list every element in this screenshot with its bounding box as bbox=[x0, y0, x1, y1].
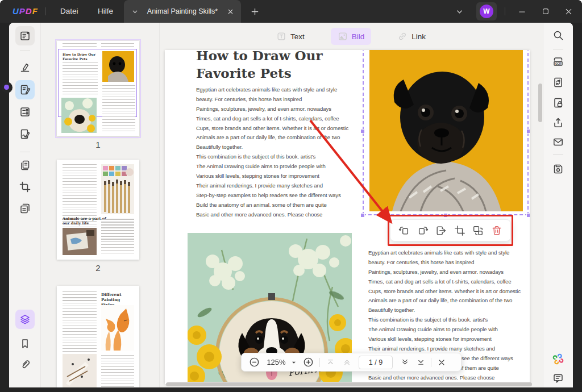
layers-icon[interactable] bbox=[15, 310, 35, 329]
search-icon[interactable] bbox=[548, 26, 568, 45]
main-panel: How to Draw Our Favorite Pets bbox=[9, 23, 573, 387]
forms-icon[interactable] bbox=[15, 102, 35, 122]
share-icon[interactable] bbox=[548, 113, 568, 132]
avatar: W bbox=[480, 5, 493, 18]
annotate-icon[interactable] bbox=[15, 57, 35, 77]
zoom-level[interactable]: 125% bbox=[264, 358, 288, 366]
maximize-button[interactable] bbox=[541, 7, 550, 16]
titlebar: UPDF Datei Hilfe Animal Painting Skills*… bbox=[0, 0, 582, 23]
page-tools-icon[interactable] bbox=[15, 156, 35, 175]
export-image-icon[interactable] bbox=[434, 224, 448, 237]
protect-icon[interactable] bbox=[548, 93, 568, 112]
paragraph-line: beauty. For centuries, this horse has in… bbox=[196, 95, 361, 105]
zoom-in-icon[interactable] bbox=[303, 357, 314, 368]
thumb3-heading-line1: Different Painting bbox=[101, 293, 139, 303]
rotate-left-icon[interactable] bbox=[397, 224, 411, 237]
crop-image-icon[interactable] bbox=[453, 224, 467, 237]
new-tab-button[interactable] bbox=[249, 6, 260, 17]
account-button[interactable]: W bbox=[476, 2, 497, 20]
image-context-toolbar bbox=[390, 219, 511, 241]
zoom-out-icon[interactable] bbox=[249, 357, 260, 368]
paragraph-line: beauty. For centuries, this horse has in… bbox=[368, 258, 530, 268]
zoombar-divider bbox=[319, 358, 320, 367]
previous-page-icon[interactable] bbox=[342, 358, 351, 366]
paragraph-line: Various skill levels, stepping stones fo… bbox=[368, 335, 530, 344]
tab-close-icon[interactable] bbox=[225, 6, 235, 16]
text-mode-label: Text bbox=[290, 32, 305, 41]
titlebar-divider bbox=[505, 7, 505, 15]
attachment-icon[interactable] bbox=[15, 355, 35, 374]
paragraph-line: This combination is the subject of this … bbox=[368, 315, 530, 325]
text-mode-button[interactable]: Text bbox=[269, 28, 311, 45]
ai-assistant-icon[interactable] bbox=[548, 349, 568, 369]
paragraph-line: Various skill levels, stepping stones fo… bbox=[196, 172, 361, 181]
page-indicator[interactable]: 1 / 9 bbox=[359, 356, 393, 369]
bookmark-icon[interactable] bbox=[15, 334, 35, 353]
close-bar-icon[interactable] bbox=[437, 358, 446, 366]
replace-image-icon[interactable] bbox=[471, 224, 485, 237]
paragraph-line: Beautifully together. bbox=[196, 143, 361, 152]
selection-handle[interactable] bbox=[360, 213, 365, 218]
thumb2-heading-line2: our daily life bbox=[63, 221, 106, 226]
paragraph-line: This combination is the subject of this … bbox=[196, 152, 361, 162]
sign-icon[interactable] bbox=[15, 124, 35, 144]
logo-letter: U bbox=[13, 6, 19, 16]
thumbnail-page-2[interactable]: Animals are a part of our daily life bbox=[57, 160, 139, 260]
thumbnail-page-1[interactable]: How to Draw Our Favorite Pets bbox=[57, 41, 139, 136]
paragraph-line: Egyptian art celebrates animals like cat… bbox=[368, 248, 530, 258]
comment-icon[interactable] bbox=[548, 369, 568, 387]
save-icon[interactable] bbox=[548, 159, 568, 178]
pdf-page: How to Draw Our Favorite Pets Egyptian a… bbox=[165, 50, 530, 384]
ocr-icon[interactable]: OCR bbox=[548, 52, 568, 71]
crop-tool-icon[interactable] bbox=[15, 177, 35, 197]
rotate-right-icon[interactable] bbox=[416, 224, 430, 237]
titlebar-chevron-down-icon[interactable] bbox=[455, 7, 464, 15]
panel-toggle-dot[interactable] bbox=[4, 85, 9, 90]
paragraph-line: The Animal Drawing Guide aims to provide… bbox=[368, 325, 530, 335]
first-page-icon[interactable] bbox=[326, 358, 335, 366]
zoom-dropdown-caret-icon[interactable] bbox=[290, 360, 297, 365]
thumbnail-label-1: 1 bbox=[57, 140, 139, 149]
paragraph-line: Their animal renderings. I provide many … bbox=[196, 181, 361, 191]
delete-image-icon[interactable] bbox=[490, 224, 504, 237]
image-mode-button[interactable]: Bild bbox=[331, 28, 372, 45]
selection-handle[interactable] bbox=[360, 129, 365, 134]
mail-icon[interactable] bbox=[548, 132, 568, 152]
tab-title: Animal Painting Skills* bbox=[140, 7, 225, 15]
last-page-icon[interactable] bbox=[416, 358, 425, 366]
vertical-scrollbar-thumb[interactable] bbox=[538, 84, 542, 122]
organize-pages-icon[interactable] bbox=[15, 199, 35, 218]
thumbnail-page-3[interactable]: Different Painting Styles bbox=[57, 286, 139, 387]
thumb2-brushes-image bbox=[101, 164, 134, 214]
close-button[interactable] bbox=[564, 7, 573, 16]
thumb3-tools-image bbox=[63, 354, 97, 387]
paragraph-line: Times, cat and dog art sells a lot of t-… bbox=[196, 114, 361, 124]
document-tab[interactable]: Animal Painting Skills* bbox=[124, 0, 241, 23]
paragraph-line: Beautifully together. bbox=[368, 306, 530, 315]
menu-datei[interactable]: Datei bbox=[52, 0, 86, 23]
left-text-column: Egyptian art celebrates animals like cat… bbox=[196, 85, 361, 219]
minimize-button[interactable] bbox=[517, 7, 526, 16]
paragraph-line: The Animal Drawing Guide aims to provide… bbox=[196, 162, 361, 172]
logo-letter: P bbox=[19, 6, 26, 16]
logo-letter: F bbox=[32, 6, 38, 16]
selection-handle[interactable] bbox=[443, 213, 448, 218]
horizontal-scrollbar[interactable] bbox=[165, 382, 534, 387]
reader-mode-icon[interactable] bbox=[15, 26, 35, 45]
zoom-page-bar: 125% 1 / 9 bbox=[241, 353, 462, 372]
link-mode-button[interactable]: Link bbox=[390, 28, 433, 45]
convert-icon[interactable] bbox=[548, 73, 568, 92]
thumb2-heading-line1: Animals are a part of bbox=[63, 216, 106, 221]
vertical-scrollbar[interactable] bbox=[538, 52, 542, 379]
edit-pdf-icon[interactable] bbox=[15, 80, 35, 99]
menu-hilfe[interactable]: Hilfe bbox=[90, 0, 121, 23]
thumb1-title-line1: How to Draw Our bbox=[63, 52, 95, 57]
sidebar-divider bbox=[20, 51, 30, 51]
horizontal-scrollbar-thumb[interactable] bbox=[166, 382, 532, 386]
selection-handle[interactable] bbox=[526, 129, 530, 134]
next-page-icon[interactable] bbox=[400, 358, 409, 366]
selection-handle[interactable] bbox=[526, 213, 530, 218]
tab-chevron-down-icon[interactable] bbox=[130, 6, 140, 16]
pug-photo[interactable] bbox=[369, 50, 523, 211]
thumb1-title-line2: Favorite Pets bbox=[63, 57, 95, 61]
